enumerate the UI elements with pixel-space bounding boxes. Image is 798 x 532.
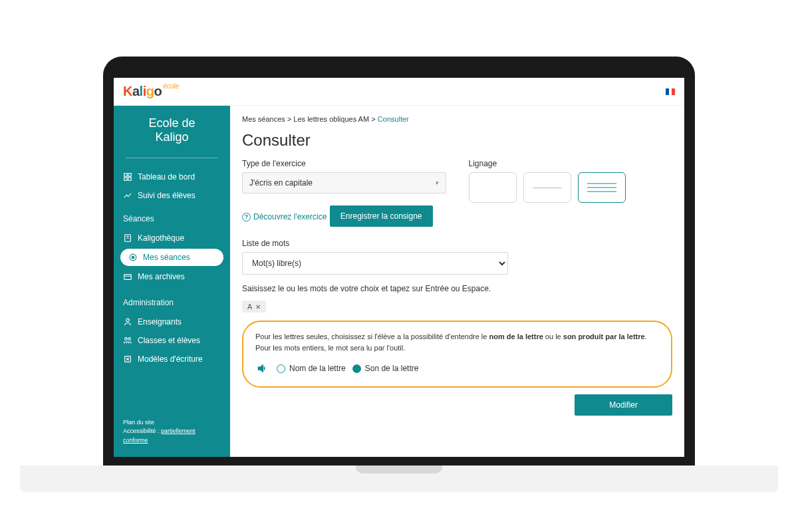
- archive-icon: [123, 272, 132, 281]
- sidebar-item-kaligotheque[interactable]: Kaligothèque: [114, 229, 230, 247]
- svg-point-10: [128, 338, 131, 340]
- models-icon: [123, 354, 132, 364]
- radio-icon: [352, 364, 361, 373]
- app-screen: Kaligo école Ecole de Kaligo Tableau de …: [114, 78, 684, 457]
- dashboard-icon: [123, 172, 132, 182]
- svg-point-8: [126, 319, 129, 321]
- exercise-type-label: Type de l'exercice: [242, 159, 446, 168]
- sidebar-item-teachers[interactable]: Enseignants: [114, 313, 230, 331]
- divider: [126, 158, 218, 158]
- input-hint: Saisissez le ou les mots de votre choix …: [242, 284, 672, 293]
- select-value: J'écris en capitale: [249, 178, 313, 188]
- sessions-icon: [128, 253, 138, 262]
- app-header: Kaligo école: [114, 78, 684, 106]
- radio-son-lettre[interactable]: Son de la lettre: [352, 364, 419, 373]
- chevron-down-icon: ▾: [436, 180, 439, 186]
- svg-rect-0: [124, 174, 127, 176]
- lineage-option-2[interactable]: [523, 172, 571, 203]
- audio-option-highlight: Pour les lettres seules, choisissez si l…: [242, 321, 672, 388]
- breadcrumb-item[interactable]: Les lettres obliques AM: [293, 115, 369, 123]
- record-instruction-button[interactable]: Enregistrer la consigne: [330, 205, 433, 227]
- word-chip: A ✕: [242, 301, 266, 313]
- close-icon[interactable]: ✕: [255, 303, 261, 311]
- sidebar-item-classes[interactable]: Classes et élèves: [114, 331, 230, 350]
- speaker-icon: [255, 361, 270, 376]
- laptop-notch: [356, 466, 442, 473]
- logo[interactable]: Kaligo école: [123, 84, 179, 99]
- footer-plan[interactable]: Plan du site: [123, 418, 221, 428]
- svg-rect-7: [124, 275, 132, 280]
- footer-access-label: Accessibilité :: [123, 428, 161, 434]
- svg-rect-1: [128, 174, 131, 176]
- sidebar-item-label: Mes archives: [138, 272, 185, 281]
- section-admin: Administration: [114, 295, 230, 313]
- lineage-option-1[interactable]: [469, 172, 517, 203]
- classes-icon: [123, 336, 132, 345]
- sidebar-item-label: Enseignants: [138, 317, 182, 327]
- sidebar-item-tracking[interactable]: Suivi des élèves: [114, 186, 230, 205]
- radio-nom-lettre[interactable]: Nom de la lettre: [277, 364, 346, 373]
- audio-description: Pour les lettres seules, choisissez si l…: [255, 331, 659, 353]
- logo-suffix: école: [163, 82, 179, 90]
- sidebar-footer: Plan du site Accessibilité : partielleme…: [114, 414, 230, 450]
- radio-label: Nom de la lettre: [289, 364, 346, 373]
- main-content: Mes séances > Les lettres obliques AM > …: [230, 106, 684, 457]
- teacher-icon: [123, 317, 132, 327]
- lineage-options: [469, 172, 673, 203]
- sidebar-item-label: Mes séances: [143, 253, 190, 262]
- help-icon: ?: [242, 213, 251, 221]
- flag-fr-icon[interactable]: [666, 88, 675, 95]
- discover-label: Découvrez l'exercice: [253, 212, 327, 221]
- svg-point-9: [125, 338, 128, 340]
- discover-exercise-link[interactable]: ? Découvrez l'exercice: [242, 212, 327, 221]
- wordlist-select[interactable]: Mot(s) libre(s): [242, 252, 508, 275]
- school-name: Ecole de Kaligo: [114, 114, 230, 155]
- section-seances: Séances: [114, 211, 230, 229]
- breadcrumb: Mes séances > Les lettres obliques AM > …: [242, 115, 672, 123]
- sidebar-item-mes-seances[interactable]: Mes séances: [120, 249, 223, 266]
- library-icon: [123, 233, 132, 243]
- breadcrumb-current: Consulter: [378, 115, 409, 123]
- lineage-label: Lignage: [469, 159, 673, 168]
- logo-text: Kaligo: [123, 84, 162, 99]
- svg-rect-3: [128, 178, 131, 180]
- sidebar-item-models[interactable]: Modèles d'écriture: [114, 350, 230, 368]
- breadcrumb-item[interactable]: Mes séances: [242, 115, 285, 123]
- wordlist-label: Liste de mots: [242, 239, 508, 248]
- sidebar: Ecole de Kaligo Tableau de bord Suivi de…: [114, 106, 230, 457]
- radio-icon: [277, 364, 285, 373]
- page-title: Consulter: [242, 131, 672, 150]
- chip-label: A: [247, 303, 252, 311]
- sidebar-item-label: Modèles d'écriture: [138, 354, 203, 364]
- sidebar-item-label: Kaligothèque: [138, 233, 184, 243]
- lineage-option-3[interactable]: [578, 172, 626, 203]
- svg-point-6: [132, 256, 134, 259]
- sidebar-item-label: Tableau de bord: [138, 172, 195, 182]
- laptop-frame: Kaligo école Ecole de Kaligo Tableau de …: [103, 57, 695, 469]
- sidebar-item-dashboard[interactable]: Tableau de bord: [114, 168, 230, 186]
- sidebar-item-label: Classes et élèves: [138, 336, 200, 345]
- chart-icon: [123, 191, 132, 200]
- exercise-type-select[interactable]: J'écris en capitale ▾: [242, 172, 446, 194]
- radio-label: Son de la lettre: [365, 364, 419, 373]
- svg-rect-2: [124, 178, 127, 180]
- sidebar-item-label: Suivi des élèves: [138, 191, 196, 200]
- sidebar-item-archives[interactable]: Mes archives: [114, 267, 230, 286]
- modify-button[interactable]: Modifier: [575, 394, 672, 416]
